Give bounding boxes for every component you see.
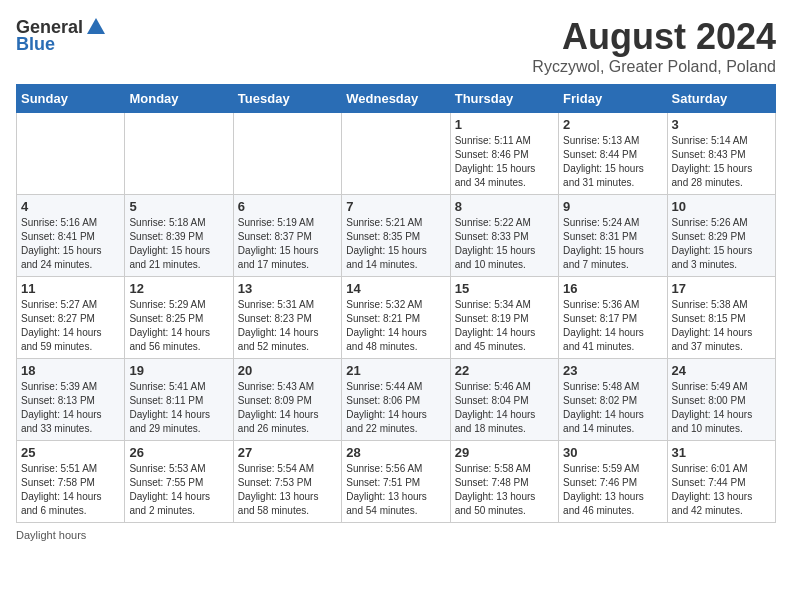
day-number: 3 xyxy=(672,117,771,132)
day-number: 14 xyxy=(346,281,445,296)
day-number: 4 xyxy=(21,199,120,214)
day-info: Sunrise: 5:19 AM Sunset: 8:37 PM Dayligh… xyxy=(238,216,337,272)
day-number: 26 xyxy=(129,445,228,460)
day-cell: 10Sunrise: 5:26 AM Sunset: 8:29 PM Dayli… xyxy=(667,195,775,277)
day-cell: 29Sunrise: 5:58 AM Sunset: 7:48 PM Dayli… xyxy=(450,441,558,523)
day-number: 24 xyxy=(672,363,771,378)
day-info: Sunrise: 5:11 AM Sunset: 8:46 PM Dayligh… xyxy=(455,134,554,190)
calendar-header-row: SundayMondayTuesdayWednesdayThursdayFrid… xyxy=(17,85,776,113)
footer-note: Daylight hours xyxy=(16,529,776,541)
day-info: Sunrise: 5:13 AM Sunset: 8:44 PM Dayligh… xyxy=(563,134,662,190)
day-info: Sunrise: 5:26 AM Sunset: 8:29 PM Dayligh… xyxy=(672,216,771,272)
footer-text: Daylight hours xyxy=(16,529,86,541)
day-cell: 5Sunrise: 5:18 AM Sunset: 8:39 PM Daylig… xyxy=(125,195,233,277)
day-info: Sunrise: 5:39 AM Sunset: 8:13 PM Dayligh… xyxy=(21,380,120,436)
day-number: 10 xyxy=(672,199,771,214)
day-number: 16 xyxy=(563,281,662,296)
day-info: Sunrise: 6:01 AM Sunset: 7:44 PM Dayligh… xyxy=(672,462,771,518)
subtitle: Ryczywol, Greater Poland, Poland xyxy=(532,58,776,76)
day-cell: 12Sunrise: 5:29 AM Sunset: 8:25 PM Dayli… xyxy=(125,277,233,359)
day-info: Sunrise: 5:14 AM Sunset: 8:43 PM Dayligh… xyxy=(672,134,771,190)
day-number: 6 xyxy=(238,199,337,214)
day-cell xyxy=(233,113,341,195)
day-info: Sunrise: 5:54 AM Sunset: 7:53 PM Dayligh… xyxy=(238,462,337,518)
day-cell: 21Sunrise: 5:44 AM Sunset: 8:06 PM Dayli… xyxy=(342,359,450,441)
day-info: Sunrise: 5:56 AM Sunset: 7:51 PM Dayligh… xyxy=(346,462,445,518)
day-info: Sunrise: 5:31 AM Sunset: 8:23 PM Dayligh… xyxy=(238,298,337,354)
day-cell: 1Sunrise: 5:11 AM Sunset: 8:46 PM Daylig… xyxy=(450,113,558,195)
day-cell: 18Sunrise: 5:39 AM Sunset: 8:13 PM Dayli… xyxy=(17,359,125,441)
day-cell: 22Sunrise: 5:46 AM Sunset: 8:04 PM Dayli… xyxy=(450,359,558,441)
day-info: Sunrise: 5:53 AM Sunset: 7:55 PM Dayligh… xyxy=(129,462,228,518)
day-info: Sunrise: 5:44 AM Sunset: 8:06 PM Dayligh… xyxy=(346,380,445,436)
day-number: 17 xyxy=(672,281,771,296)
day-number: 5 xyxy=(129,199,228,214)
svg-marker-0 xyxy=(87,18,105,34)
day-number: 25 xyxy=(21,445,120,460)
day-info: Sunrise: 5:32 AM Sunset: 8:21 PM Dayligh… xyxy=(346,298,445,354)
day-cell: 19Sunrise: 5:41 AM Sunset: 8:11 PM Dayli… xyxy=(125,359,233,441)
day-number: 30 xyxy=(563,445,662,460)
week-row-3: 11Sunrise: 5:27 AM Sunset: 8:27 PM Dayli… xyxy=(17,277,776,359)
day-cell: 23Sunrise: 5:48 AM Sunset: 8:02 PM Dayli… xyxy=(559,359,667,441)
day-info: Sunrise: 5:18 AM Sunset: 8:39 PM Dayligh… xyxy=(129,216,228,272)
day-cell: 27Sunrise: 5:54 AM Sunset: 7:53 PM Dayli… xyxy=(233,441,341,523)
week-row-2: 4Sunrise: 5:16 AM Sunset: 8:41 PM Daylig… xyxy=(17,195,776,277)
week-row-4: 18Sunrise: 5:39 AM Sunset: 8:13 PM Dayli… xyxy=(17,359,776,441)
day-cell: 24Sunrise: 5:49 AM Sunset: 8:00 PM Dayli… xyxy=(667,359,775,441)
day-number: 22 xyxy=(455,363,554,378)
title-area: August 2024 Ryczywol, Greater Poland, Po… xyxy=(532,16,776,76)
day-info: Sunrise: 5:49 AM Sunset: 8:00 PM Dayligh… xyxy=(672,380,771,436)
day-info: Sunrise: 5:22 AM Sunset: 8:33 PM Dayligh… xyxy=(455,216,554,272)
day-cell: 8Sunrise: 5:22 AM Sunset: 8:33 PM Daylig… xyxy=(450,195,558,277)
day-cell: 25Sunrise: 5:51 AM Sunset: 7:58 PM Dayli… xyxy=(17,441,125,523)
day-number: 2 xyxy=(563,117,662,132)
day-number: 18 xyxy=(21,363,120,378)
day-number: 20 xyxy=(238,363,337,378)
day-number: 13 xyxy=(238,281,337,296)
col-header-monday: Monday xyxy=(125,85,233,113)
day-info: Sunrise: 5:21 AM Sunset: 8:35 PM Dayligh… xyxy=(346,216,445,272)
day-info: Sunrise: 5:46 AM Sunset: 8:04 PM Dayligh… xyxy=(455,380,554,436)
day-info: Sunrise: 5:36 AM Sunset: 8:17 PM Dayligh… xyxy=(563,298,662,354)
day-info: Sunrise: 5:59 AM Sunset: 7:46 PM Dayligh… xyxy=(563,462,662,518)
day-cell: 28Sunrise: 5:56 AM Sunset: 7:51 PM Dayli… xyxy=(342,441,450,523)
col-header-friday: Friday xyxy=(559,85,667,113)
day-cell: 13Sunrise: 5:31 AM Sunset: 8:23 PM Dayli… xyxy=(233,277,341,359)
day-info: Sunrise: 5:24 AM Sunset: 8:31 PM Dayligh… xyxy=(563,216,662,272)
day-number: 7 xyxy=(346,199,445,214)
day-number: 8 xyxy=(455,199,554,214)
day-number: 21 xyxy=(346,363,445,378)
day-number: 27 xyxy=(238,445,337,460)
day-info: Sunrise: 5:58 AM Sunset: 7:48 PM Dayligh… xyxy=(455,462,554,518)
col-header-saturday: Saturday xyxy=(667,85,775,113)
day-info: Sunrise: 5:27 AM Sunset: 8:27 PM Dayligh… xyxy=(21,298,120,354)
day-cell: 3Sunrise: 5:14 AM Sunset: 8:43 PM Daylig… xyxy=(667,113,775,195)
day-info: Sunrise: 5:41 AM Sunset: 8:11 PM Dayligh… xyxy=(129,380,228,436)
day-cell: 14Sunrise: 5:32 AM Sunset: 8:21 PM Dayli… xyxy=(342,277,450,359)
day-cell: 30Sunrise: 5:59 AM Sunset: 7:46 PM Dayli… xyxy=(559,441,667,523)
day-cell: 26Sunrise: 5:53 AM Sunset: 7:55 PM Dayli… xyxy=(125,441,233,523)
day-cell: 9Sunrise: 5:24 AM Sunset: 8:31 PM Daylig… xyxy=(559,195,667,277)
day-number: 12 xyxy=(129,281,228,296)
day-info: Sunrise: 5:34 AM Sunset: 8:19 PM Dayligh… xyxy=(455,298,554,354)
day-cell: 6Sunrise: 5:19 AM Sunset: 8:37 PM Daylig… xyxy=(233,195,341,277)
logo: General Blue xyxy=(16,16,107,55)
col-header-thursday: Thursday xyxy=(450,85,558,113)
day-cell: 4Sunrise: 5:16 AM Sunset: 8:41 PM Daylig… xyxy=(17,195,125,277)
day-cell xyxy=(17,113,125,195)
calendar: SundayMondayTuesdayWednesdayThursdayFrid… xyxy=(16,84,776,523)
day-cell: 17Sunrise: 5:38 AM Sunset: 8:15 PM Dayli… xyxy=(667,277,775,359)
col-header-sunday: Sunday xyxy=(17,85,125,113)
day-number: 1 xyxy=(455,117,554,132)
day-info: Sunrise: 5:16 AM Sunset: 8:41 PM Dayligh… xyxy=(21,216,120,272)
header: General Blue August 2024 Ryczywol, Great… xyxy=(16,16,776,76)
day-info: Sunrise: 5:29 AM Sunset: 8:25 PM Dayligh… xyxy=(129,298,228,354)
logo-icon xyxy=(85,16,107,38)
day-info: Sunrise: 5:51 AM Sunset: 7:58 PM Dayligh… xyxy=(21,462,120,518)
day-number: 29 xyxy=(455,445,554,460)
col-header-tuesday: Tuesday xyxy=(233,85,341,113)
week-row-1: 1Sunrise: 5:11 AM Sunset: 8:46 PM Daylig… xyxy=(17,113,776,195)
day-number: 28 xyxy=(346,445,445,460)
week-row-5: 25Sunrise: 5:51 AM Sunset: 7:58 PM Dayli… xyxy=(17,441,776,523)
